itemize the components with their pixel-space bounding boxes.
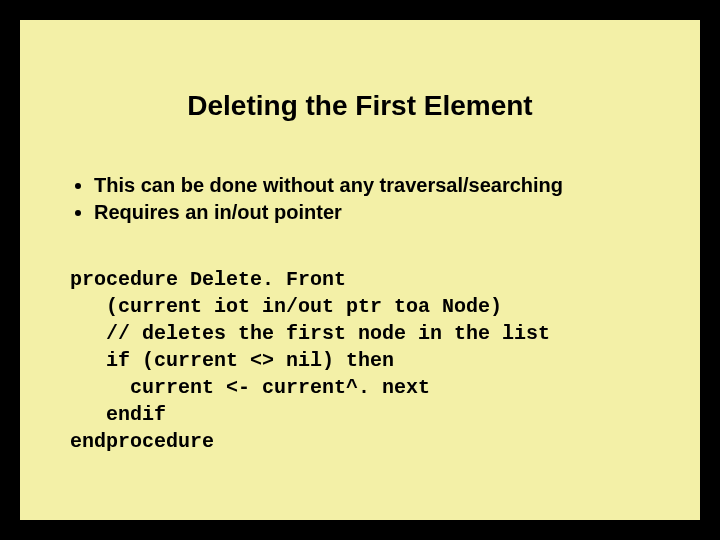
slide-title: Deleting the First Element bbox=[70, 90, 650, 122]
code-block: procedure Delete. Front (current iot in/… bbox=[70, 266, 650, 455]
bullet-list: This can be done without any traversal/s… bbox=[70, 172, 650, 226]
slide: Deleting the First Element This can be d… bbox=[18, 18, 702, 522]
list-item: Requires an in/out pointer bbox=[94, 199, 650, 226]
list-item: This can be done without any traversal/s… bbox=[94, 172, 650, 199]
slide-frame: Deleting the First Element This can be d… bbox=[0, 0, 720, 540]
